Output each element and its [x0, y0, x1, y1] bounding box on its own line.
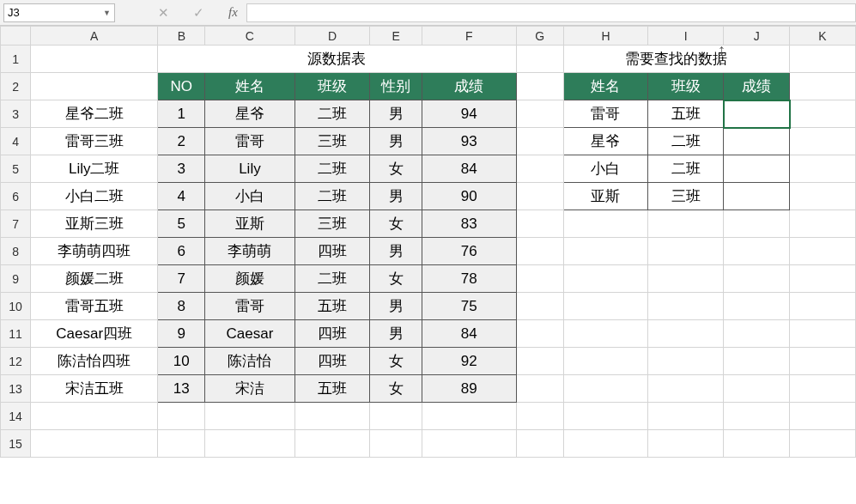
formula-input[interactable] — [246, 3, 856, 22]
cancel-icon[interactable]: ✕ — [158, 5, 169, 21]
cell[interactable] — [294, 403, 370, 430]
accept-icon[interactable]: ✓ — [193, 5, 204, 21]
cell[interactable]: 雷哥三班 — [31, 128, 158, 155]
cell[interactable]: 10 — [158, 348, 205, 375]
lookup-head-class[interactable]: 班级 — [648, 73, 724, 100]
row-header[interactable]: 4 — [1, 128, 31, 155]
cell[interactable] — [422, 403, 516, 430]
cell[interactable]: 小白二班 — [31, 183, 158, 210]
row-header[interactable]: 11 — [1, 320, 31, 348]
cell[interactable]: 三班 — [294, 128, 370, 155]
cell[interactable] — [158, 430, 205, 458]
dropdown-icon[interactable]: ▼ — [103, 9, 111, 17]
row-header[interactable]: 3 — [1, 100, 31, 128]
cell[interactable]: 李萌萌 — [205, 238, 294, 265]
cell[interactable] — [516, 155, 563, 183]
cell[interactable]: 93 — [422, 128, 516, 155]
cell[interactable]: 94 — [422, 100, 516, 128]
cell[interactable] — [790, 403, 856, 430]
source-head-name[interactable]: 姓名 — [205, 73, 294, 100]
cell[interactable] — [724, 183, 790, 210]
cell[interactable] — [563, 320, 648, 348]
cell[interactable]: 二班 — [648, 128, 724, 155]
cell[interactable] — [724, 375, 790, 403]
cell[interactable]: 星爷 — [563, 128, 648, 155]
cell[interactable]: 小白 — [205, 183, 294, 210]
lookup-head-name[interactable]: 姓名 — [563, 73, 648, 100]
cell[interactable]: 二班 — [294, 100, 370, 128]
cell[interactable] — [648, 320, 724, 348]
cell[interactable]: 宋洁五班 — [31, 375, 158, 403]
cell[interactable]: Caesar四班 — [31, 320, 158, 348]
cell[interactable]: 92 — [422, 348, 516, 375]
cell[interactable]: 男 — [370, 183, 422, 210]
cell[interactable] — [648, 348, 724, 375]
cell[interactable]: 女 — [370, 375, 422, 403]
col-header[interactable]: D — [294, 27, 370, 46]
cell[interactable] — [516, 238, 563, 265]
cell[interactable]: 宋洁 — [205, 375, 294, 403]
cell[interactable] — [563, 210, 648, 238]
col-header[interactable]: J — [724, 27, 790, 46]
cell[interactable]: 男 — [370, 293, 422, 320]
cell[interactable]: 83 — [422, 210, 516, 238]
col-header[interactable]: K — [790, 27, 856, 46]
name-box[interactable]: J3 ▼ — [3, 3, 115, 22]
cell[interactable] — [516, 46, 563, 73]
cell[interactable] — [516, 210, 563, 238]
row-header[interactable]: 15 — [1, 430, 31, 458]
cell[interactable]: 男 — [370, 320, 422, 348]
cell[interactable] — [724, 155, 790, 183]
cell[interactable] — [516, 100, 563, 128]
cell[interactable] — [31, 430, 158, 458]
cell[interactable]: 女 — [370, 348, 422, 375]
cell[interactable] — [724, 265, 790, 293]
col-header[interactable]: F — [422, 27, 516, 46]
cell[interactable] — [563, 430, 648, 458]
col-header[interactable]: E — [370, 27, 422, 46]
cell[interactable]: 6 — [158, 238, 205, 265]
cell[interactable]: 男 — [370, 100, 422, 128]
cell[interactable]: 1 — [158, 100, 205, 128]
cell[interactable]: 四班 — [294, 348, 370, 375]
cell[interactable] — [516, 265, 563, 293]
cell[interactable] — [790, 348, 856, 375]
cell[interactable] — [205, 403, 294, 430]
cell[interactable]: 二班 — [648, 155, 724, 183]
row-header[interactable]: 13 — [1, 375, 31, 403]
cell[interactable]: Caesar — [205, 320, 294, 348]
row-header[interactable]: 5 — [1, 155, 31, 183]
cell[interactable] — [516, 320, 563, 348]
cell[interactable]: 雷哥 — [205, 293, 294, 320]
cell[interactable]: Lily — [205, 155, 294, 183]
row-header[interactable]: 9 — [1, 265, 31, 293]
cell[interactable] — [648, 210, 724, 238]
cell[interactable]: 雷哥 — [563, 100, 648, 128]
cell[interactable] — [563, 375, 648, 403]
cell[interactable]: 雷哥 — [205, 128, 294, 155]
cell[interactable] — [370, 403, 422, 430]
cell[interactable]: 5 — [158, 210, 205, 238]
cell[interactable]: 三班 — [648, 183, 724, 210]
cell[interactable]: 陈洁怡四班 — [31, 348, 158, 375]
cell[interactable] — [563, 348, 648, 375]
cell[interactable] — [516, 403, 563, 430]
cell[interactable] — [790, 128, 856, 155]
select-all-corner[interactable] — [1, 27, 31, 46]
cell[interactable] — [724, 348, 790, 375]
lookup-title[interactable]: 需要查找的数据 — [563, 46, 790, 73]
row-header[interactable]: 10 — [1, 293, 31, 320]
cell[interactable]: 75 — [422, 293, 516, 320]
cell[interactable] — [516, 430, 563, 458]
cell[interactable] — [790, 430, 856, 458]
cell[interactable] — [370, 430, 422, 458]
cell[interactable] — [205, 430, 294, 458]
cell[interactable] — [790, 375, 856, 403]
cell[interactable] — [648, 265, 724, 293]
col-header[interactable]: B — [158, 27, 205, 46]
cell[interactable] — [422, 430, 516, 458]
cell[interactable]: 90 — [422, 183, 516, 210]
cell[interactable]: 女 — [370, 210, 422, 238]
cell[interactable] — [648, 375, 724, 403]
cell[interactable]: 84 — [422, 155, 516, 183]
